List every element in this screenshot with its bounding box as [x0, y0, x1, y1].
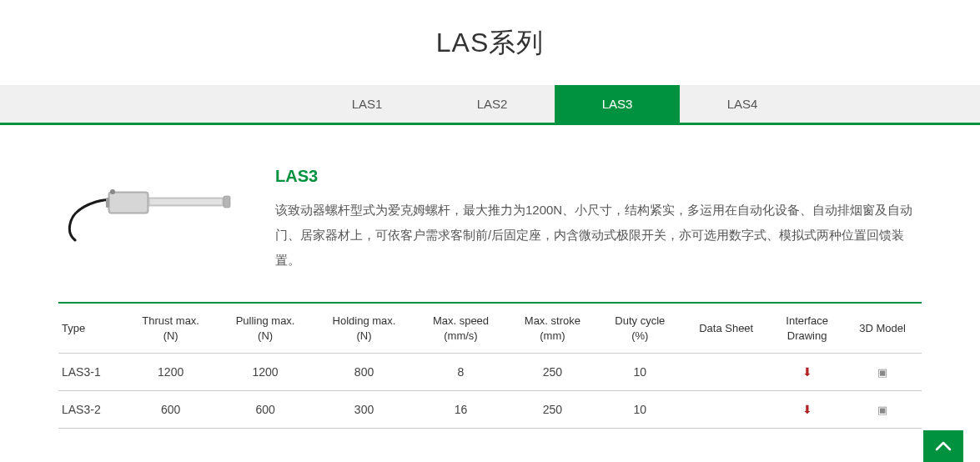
tabs-bar: LAS1 LAS2 LAS3 LAS4 [0, 85, 980, 125]
cell-thrust: 600 [124, 391, 218, 429]
tab-las2[interactable]: LAS2 [430, 85, 555, 123]
3d-model-icon[interactable]: ▣ [877, 366, 887, 379]
col-3dmodel: 3D Model [843, 303, 922, 354]
cell-stroke: 250 [506, 391, 598, 429]
cell-3dmodel[interactable]: ▣ [843, 391, 922, 429]
cell-type: LAS3-2 [58, 391, 124, 429]
actuator-illustration [63, 175, 238, 250]
cell-holding: 800 [314, 354, 415, 391]
cell-pulling: 1200 [218, 354, 314, 391]
cell-holding: 300 [314, 391, 415, 429]
page-title: LAS系列 [0, 0, 980, 85]
3d-model-icon[interactable]: ▣ [877, 404, 887, 416]
spec-table: Type Thrust max.(N) Pulling max.(N) Hold… [58, 302, 922, 429]
cell-duty: 10 [598, 354, 681, 391]
cell-type: LAS3-1 [58, 354, 124, 391]
cell-speed: 8 [415, 354, 507, 391]
cell-stroke: 250 [506, 354, 598, 391]
cell-interface[interactable]: ⬇ [771, 391, 843, 429]
tab-las3[interactable]: LAS3 [555, 85, 680, 123]
chevron-up-icon [935, 441, 952, 445]
cell-interface[interactable]: ⬇ [771, 354, 843, 391]
cell-speed: 16 [415, 391, 507, 429]
pdf-icon[interactable]: ⬇ [802, 403, 812, 416]
product-detail: LAS3 该致动器螺杆型式为爱克姆螺杆，最大推力为1200N、小尺寸，结构紧实，… [58, 167, 922, 273]
pdf-icon[interactable]: ⬇ [802, 365, 812, 379]
col-holding: Holding max.(N) [314, 303, 415, 354]
svg-rect-3 [150, 199, 222, 204]
svg-rect-1 [110, 193, 147, 212]
col-pulling: Pulling max.(N) [218, 303, 314, 354]
col-type: Type [58, 303, 124, 354]
col-duty: Duty cycle(%) [598, 303, 681, 354]
cell-datasheet [681, 391, 771, 429]
product-description: 该致动器螺杆型式为爱克姆螺杆，最大推力为1200N、小尺寸，结构紧实，多运用在自… [275, 198, 922, 273]
table-row: LAS3-2 600 600 300 16 250 10 ⬇ ▣ [58, 391, 922, 429]
cell-datasheet [681, 354, 771, 391]
cell-thrust: 1200 [124, 354, 218, 391]
col-speed: Max. speed(mm/s) [415, 303, 507, 354]
back-to-top-button[interactable] [923, 430, 963, 445]
table-header-row: Type Thrust max.(N) Pulling max.(N) Hold… [58, 303, 922, 354]
content-panel: LAS3 该致动器螺杆型式为爱克姆螺杆，最大推力为1200N、小尺寸，结构紧实，… [0, 125, 980, 445]
tab-las1[interactable]: LAS1 [304, 85, 430, 123]
col-stroke: Max. stroke(mm) [506, 303, 598, 354]
svg-rect-4 [224, 196, 230, 208]
col-thrust: Thrust max.(N) [124, 303, 218, 354]
product-title: LAS3 [275, 167, 922, 186]
col-datasheet: Data Sheet [681, 303, 771, 354]
cell-pulling: 600 [218, 391, 314, 429]
svg-rect-6 [106, 198, 109, 208]
product-image [58, 167, 242, 259]
tab-las4[interactable]: LAS4 [680, 85, 805, 123]
col-interface: InterfaceDrawing [771, 303, 843, 354]
svg-point-5 [110, 189, 115, 194]
cell-3dmodel[interactable]: ▣ [843, 354, 922, 391]
product-text: LAS3 该致动器螺杆型式为爱克姆螺杆，最大推力为1200N、小尺寸，结构紧实，… [275, 167, 922, 273]
cell-duty: 10 [598, 391, 681, 429]
table-row: LAS3-1 1200 1200 800 8 250 10 ⬇ ▣ [58, 354, 922, 391]
